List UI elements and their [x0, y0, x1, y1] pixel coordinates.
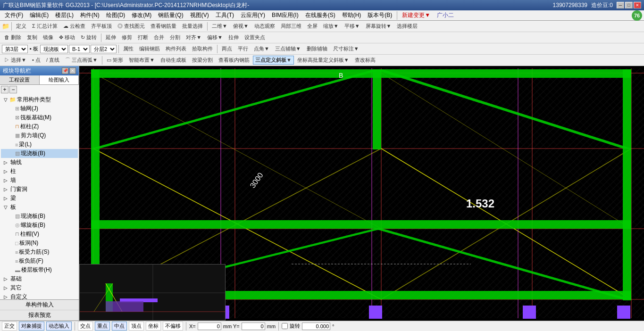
- status-coord[interactable]: 坐标: [146, 322, 161, 331]
- btn-pick-component[interactable]: 拾取构件: [190, 44, 215, 53]
- slab-name-select[interactable]: B-1: [69, 45, 90, 53]
- btn-select-floor[interactable]: 选择楼层: [394, 22, 420, 31]
- btn-point-angle[interactable]: 点角▼: [251, 44, 272, 53]
- btn-property[interactable]: 属性: [121, 44, 136, 53]
- tree-item-rebar-stress[interactable]: ≡ 板受力筋(S): [1, 248, 78, 257]
- tree-item-column[interactable]: ⊓ 框柱(Z): [1, 122, 78, 131]
- menu-edit[interactable]: 编辑(E): [27, 10, 51, 20]
- btn-parallel[interactable]: 平行: [235, 44, 251, 53]
- canvas-area[interactable]: B A 3000 1.532 .690 .690 1 1 2 tE: [79, 66, 644, 321]
- rotate-input[interactable]: [302, 323, 330, 330]
- tree-item-col-group[interactable]: ▷ 柱: [1, 167, 78, 176]
- panel-pin-button[interactable]: 📌: [62, 67, 68, 74]
- btn-three-point-aux[interactable]: 三点辅轴▼: [273, 44, 303, 53]
- menu-view[interactable]: 视图(V): [187, 10, 212, 20]
- tree-item-common[interactable]: ▽ 📁 常用构件类型: [1, 95, 78, 104]
- menu-draw[interactable]: 绘图(D): [103, 10, 128, 20]
- close-button[interactable]: ✕: [634, 2, 641, 8]
- btn-offset[interactable]: 偏移▼: [205, 33, 225, 42]
- menu-bim[interactable]: BIM应用(I): [269, 10, 301, 20]
- menu-version[interactable]: 版本号(B): [365, 10, 395, 20]
- menu-rebar-qty[interactable]: 钢筋量(Q): [155, 10, 186, 20]
- tree-item-foundation[interactable]: ⊠ 筏板基础(M): [1, 113, 78, 122]
- menu-new-change[interactable]: 新建变更▼: [399, 10, 433, 20]
- tree-item-slab-b[interactable]: ▧ 现浇板(B): [1, 212, 78, 221]
- btn-coord-slope[interactable]: 坐标高批量定义斜板▼: [295, 56, 351, 65]
- btn-view-rebar-inner[interactable]: 查看板内钢筋: [216, 56, 252, 65]
- btn-summary[interactable]: Σ 汇总计算: [30, 22, 60, 31]
- btn-edit-rebar[interactable]: 编辑钢筋: [137, 44, 162, 53]
- menu-modify[interactable]: 修改(M): [129, 10, 154, 20]
- btn-single-component[interactable]: 单构件输入: [0, 300, 79, 310]
- tree-item-shearwall[interactable]: ▦ 剪力墙(Q): [1, 131, 78, 140]
- menu-component[interactable]: 构件(N): [77, 10, 102, 20]
- btn-fullscreen[interactable]: 全屏: [305, 22, 320, 31]
- btn-merge[interactable]: 合并: [151, 33, 167, 42]
- menu-help[interactable]: 帮助(H): [339, 10, 364, 20]
- btn-view-rebar[interactable]: 查看钢筋量: [148, 22, 179, 31]
- panel-close-button[interactable]: ✕: [69, 67, 76, 74]
- btn-stretch[interactable]: 拉伸: [226, 33, 241, 42]
- btn-partial-3d[interactable]: 局部三维: [278, 22, 304, 31]
- btn-add-component[interactable]: +: [1, 86, 8, 93]
- menu-online[interactable]: 在线服务(S): [302, 10, 338, 20]
- btn-top-view[interactable]: 俯视▼: [231, 22, 251, 31]
- status-intersection[interactable]: 交点: [78, 322, 93, 331]
- slab-type-select[interactable]: 现浇板: [40, 45, 68, 53]
- btn-auto-gen[interactable]: 自动生成板: [158, 56, 189, 65]
- btn-rect[interactable]: ▭ 矩形: [104, 56, 125, 65]
- status-dynamic-input[interactable]: 动态输入: [46, 322, 72, 331]
- btn-dynamic-obs[interactable]: 动态观察: [252, 22, 277, 31]
- btn-select-mode[interactable]: ▷ 选择▼: [2, 56, 29, 65]
- layer-select[interactable]: 分层2: [91, 45, 117, 53]
- btn-delete[interactable]: 🗑 删除: [2, 33, 24, 42]
- btn-arc-draw[interactable]: ⌒ 三点画弧▼: [63, 56, 100, 65]
- btn-split-by-beam[interactable]: 按梁分割: [190, 56, 215, 65]
- btn-two-point[interactable]: 两点: [219, 44, 234, 53]
- btn-define[interactable]: 定义: [14, 22, 29, 31]
- tree-item-slab-group[interactable]: ▽ 板: [1, 203, 78, 212]
- status-midpoint[interactable]: 重点: [95, 322, 110, 331]
- tree-item-axis[interactable]: ⊞ 轴网(J): [1, 104, 78, 113]
- tree-item-foundation-group[interactable]: ▷ 基础: [1, 274, 78, 283]
- menu-floor[interactable]: 楼层(L): [52, 10, 76, 20]
- btn-grip[interactable]: 设置夹点: [242, 33, 268, 42]
- tree-item-strip[interactable]: ▬ 楼层板带(H): [1, 265, 78, 274]
- btn-dim-label[interactable]: 尺寸标注▼: [331, 44, 361, 53]
- tree-item-other[interactable]: ▷ 其它: [1, 283, 78, 292]
- btn-align[interactable]: 对齐▼: [184, 33, 204, 42]
- btn-zoom[interactable]: 缩放▼: [321, 22, 341, 31]
- btn-smart-layout[interactable]: 智能布置▼: [126, 56, 157, 65]
- btn-cloud-check[interactable]: ☁ 云检查: [61, 22, 88, 31]
- btn-level-top[interactable]: 齐平板顶: [89, 22, 114, 31]
- menu-tools[interactable]: 工具(T): [213, 10, 237, 20]
- tree-item-rebar-neg[interactable]: ≡ 板负筋(F): [1, 257, 78, 265]
- btn-remove-component[interactable]: −: [9, 86, 17, 93]
- btn-extend[interactable]: 延伸: [103, 33, 118, 42]
- btn-find-element[interactable]: ◎ 查找图元: [115, 22, 147, 31]
- btn-screen-rotate[interactable]: 屏幕旋转▼: [363, 22, 394, 31]
- btn-check-elevation[interactable]: 查改标高: [352, 56, 378, 65]
- rotate-checkbox[interactable]: [282, 323, 288, 329]
- menu-cloud[interactable]: 云应用(Y): [238, 10, 268, 20]
- btn-move[interactable]: ✥ 移动: [57, 33, 77, 42]
- status-vertex[interactable]: 顶点: [129, 322, 144, 331]
- btn-rotate[interactable]: ↻ 旋转: [78, 33, 99, 42]
- tree-item-wall-group[interactable]: ▷ 墙: [1, 176, 78, 185]
- status-center[interactable]: 中点: [112, 322, 127, 331]
- tree-item-slab-cast[interactable]: ▧ 现浇板(B): [1, 149, 78, 158]
- btn-pan[interactable]: 平移▼: [342, 22, 362, 31]
- status-orthogonal[interactable]: 正交: [2, 322, 17, 331]
- tree-item-custom[interactable]: ▷ 自定义: [1, 292, 78, 299]
- tree-item-axis-group[interactable]: ▷ 轴线: [1, 158, 78, 167]
- btn-line-draw[interactable]: / 直线: [44, 56, 62, 65]
- tree-item-colcap[interactable]: ⊓ 柱帽(V): [1, 230, 78, 239]
- x-input[interactable]: [198, 323, 221, 330]
- btn-split[interactable]: 分割: [167, 33, 183, 42]
- btn-mirror[interactable]: 镜像: [41, 33, 56, 42]
- tree-item-beam[interactable]: ≡ 梁(L): [1, 140, 78, 149]
- status-snap[interactable]: 对象捕捉: [19, 322, 44, 331]
- btn-copy[interactable]: 复制: [25, 33, 40, 42]
- minimize-button[interactable]: ─: [617, 2, 624, 8]
- btn-batch-select[interactable]: 批量选择: [180, 22, 205, 31]
